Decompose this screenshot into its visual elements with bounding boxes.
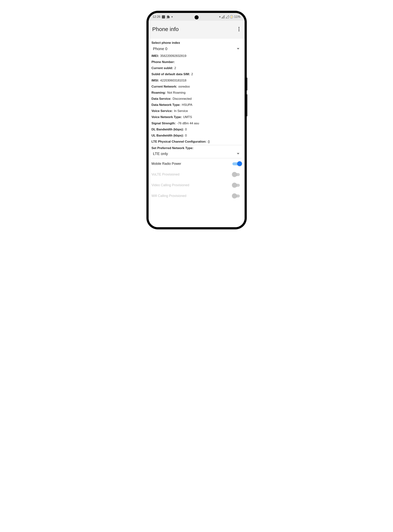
wifi-calling-provisioned-row: Wifi Calling Provisioned (149, 190, 245, 201)
signal-icon-sim1: x (221, 15, 225, 19)
voice-service-label: Voice Service: (152, 109, 173, 113)
signal-strength-row: Signal Strength: -76 dBm 44 asu (152, 120, 242, 126)
video-calling-provisioned-switch (232, 183, 241, 188)
phone-index-selected: Phone 0 (153, 47, 167, 51)
phone-index-spinner[interactable]: Phone 0 (149, 46, 245, 53)
current-subid-row: Current subId: 2 (152, 65, 242, 71)
dl-bandwidth-value: 0 (185, 128, 187, 131)
imsi-row: IMSI: 422030603181018 (152, 77, 242, 84)
current-subid-label: Current subId: (152, 66, 173, 70)
more-notifications-dot (219, 16, 220, 17)
app-bar: Phone info (149, 21, 245, 38)
dl-bandwidth-label: DL Bandwidth (kbps): (152, 128, 184, 131)
current-subid-value: 2 (174, 66, 176, 70)
volte-provisioned-switch (232, 172, 241, 177)
current-network-value: ooredoo (178, 85, 190, 88)
voice-network-type-value: UMTS (183, 115, 192, 119)
preferred-network-label: Set Preferred Network Type: (149, 145, 245, 150)
wifi-calling-provisioned-label: Wifi Calling Provisioned (152, 194, 187, 198)
voice-service-value: In Service (174, 109, 188, 113)
extension-icon (167, 15, 170, 19)
overflow-menu-button[interactable] (237, 25, 241, 33)
signal-strength-label: Signal Strength: (152, 122, 176, 125)
data-service-value: Disconnected (173, 97, 192, 100)
app-notification-icon (162, 15, 165, 19)
dropdown-caret-icon (237, 153, 239, 154)
mobile-radio-power-row: Mobile Radio Power (149, 158, 245, 169)
mobile-radio-power-label: Mobile Radio Power (152, 162, 181, 166)
side-button (246, 94, 247, 116)
camera-notch (195, 15, 199, 19)
side-button (246, 78, 247, 90)
imei-label: IMEI: (152, 54, 159, 58)
signal-strength-value: -76 dBm 44 asu (177, 122, 199, 125)
voice-service-row: Voice Service: In Service (152, 108, 242, 114)
preferred-network-spinner[interactable]: LTE only (149, 150, 245, 158)
current-network-label: Current Network: (152, 85, 177, 88)
phone-number-row: Phone Number: (152, 59, 242, 65)
lte-phy-row: LTE Physical Channel Configuration: {} (152, 139, 242, 145)
ul-bandwidth-label: UL Bandwidth (kbps): (152, 134, 184, 137)
voice-network-type-label: Voice Network Type: (152, 115, 182, 119)
dropdown-caret-icon (237, 48, 239, 50)
data-service-label: Data Service: (152, 97, 172, 100)
screen: 12:26 x x ⚡ 11% Phone info (149, 13, 245, 227)
battery-percent: 11% (234, 15, 240, 19)
data-network-type-value: HSUPA (182, 103, 192, 107)
imsi-label: IMSI: (152, 79, 159, 82)
data-network-type-label: Data Network Type: (152, 103, 181, 107)
dl-bandwidth-row: DL Bandwidth (kbps): 0 (152, 126, 242, 132)
imei-value: 356220092832819 (160, 54, 187, 58)
current-network-row: Current Network: ooredoo (152, 84, 242, 89)
volte-provisioned-label: VoLTE Provisioned (152, 173, 180, 176)
default-data-subid-value: 2 (191, 72, 193, 76)
preferred-network-selected: LTE only (153, 151, 168, 156)
video-calling-provisioned-label: Video Calling Provisioned (152, 183, 189, 187)
phone-number-label: Phone Number: (152, 60, 175, 64)
phone-frame: 12:26 x x ⚡ 11% Phone info (147, 11, 246, 229)
roaming-value: Not Roaming (167, 91, 186, 94)
info-list: IMEI: 356220092832819 Phone Number: Curr… (149, 53, 245, 145)
volte-provisioned-row: VoLTE Provisioned (149, 169, 245, 180)
mobile-radio-power-switch[interactable] (232, 161, 241, 166)
roaming-label: Roaming: (152, 91, 166, 94)
imsi-value: 422030603181018 (160, 79, 187, 82)
page-title: Phone info (152, 26, 179, 32)
content: Select phone index Phone 0 IMEI: 3562200… (149, 38, 245, 227)
lte-phy-value: {} (208, 140, 210, 143)
lte-phy-label: LTE Physical Channel Configuration: (152, 140, 206, 143)
more-notifications-dot (172, 16, 173, 17)
ul-bandwidth-row: UL Bandwidth (kbps): 0 (152, 132, 242, 139)
phone-index-label: Select phone index (149, 38, 245, 46)
wifi-calling-provisioned-switch (232, 194, 241, 198)
voice-network-type-row: Voice Network Type: UMTS (152, 114, 242, 120)
signal-icon-sim2: x (226, 15, 229, 19)
video-calling-provisioned-row: Video Calling Provisioned (149, 180, 245, 190)
status-time: 12:26 (153, 15, 161, 19)
ul-bandwidth-value: 0 (185, 134, 187, 137)
roaming-row: Roaming: Not Roaming (152, 89, 242, 96)
data-service-row: Data Service: Disconnected (152, 96, 242, 102)
battery-charging-icon: ⚡ (230, 15, 233, 19)
default-data-subid-label: SubId of default data SIM: (152, 72, 190, 76)
default-data-subid-row: SubId of default data SIM: 2 (152, 71, 242, 77)
imei-row: IMEI: 356220092832819 (152, 53, 242, 59)
data-network-type-row: Data Network Type: HSUPA (152, 102, 242, 108)
